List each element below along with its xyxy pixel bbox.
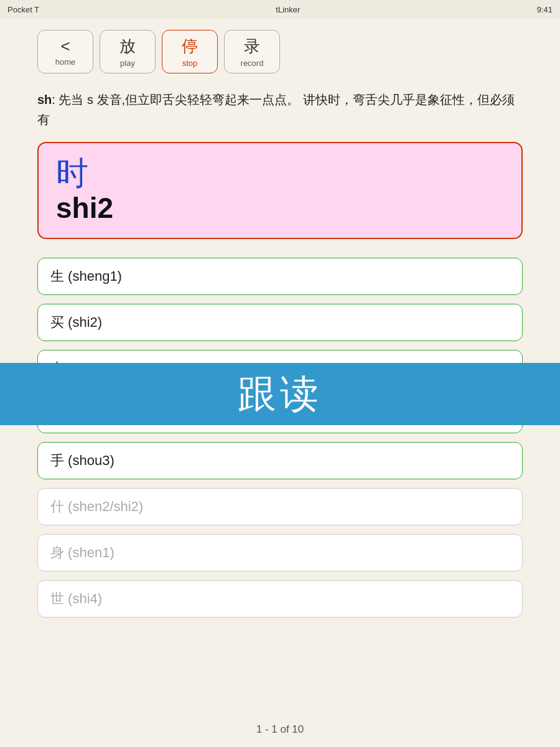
pagination: 1 - 1 of 10	[0, 723, 560, 736]
list-item[interactable]: 什 (shen2/shi2)	[37, 488, 523, 525]
main-character: 时	[56, 156, 504, 191]
main-card[interactable]: 时 shi2	[37, 142, 523, 239]
gen-du-banner[interactable]: 跟读	[0, 363, 560, 425]
list-item[interactable]: 手 (shou3)	[37, 442, 523, 479]
status-center: tLinker	[276, 5, 300, 14]
main-pinyin: shi2	[56, 191, 504, 225]
word-list: 生 (sheng1)买 (shi2)十 (shi2)使 (shi3)手 (sho…	[0, 258, 560, 618]
list-item[interactable]: 世 (shi4)	[37, 580, 523, 618]
play-icon: 放	[119, 35, 136, 57]
stop-button[interactable]: 停 stop	[162, 30, 218, 73]
pagination-text: 1 - 1 of 10	[256, 723, 304, 735]
status-bar: Pocket T tLinker 9:41	[0, 0, 560, 19]
list-item[interactable]: 生 (sheng1)	[37, 258, 523, 295]
stop-icon: 停	[182, 35, 198, 57]
description: sh: 先当 s 发音,但立即舌尖轻轻弯起来一点点。 讲快时，弯舌尖几乎是象征性…	[0, 85, 560, 142]
home-icon: <	[60, 37, 70, 56]
phoneme: sh	[37, 93, 52, 106]
home-button[interactable]: < home	[37, 30, 93, 73]
record-icon: 录	[244, 35, 260, 57]
play-label: play	[120, 59, 135, 68]
record-label: record	[241, 59, 264, 68]
toolbar: < home 放 play 停 stop 录 record	[0, 19, 560, 85]
description-text: : 先当 s 发音,但立即舌尖轻轻弯起来一点点。 讲快时，弯舌尖几乎是象征性，但…	[37, 93, 515, 126]
gen-du-text: 跟读	[238, 368, 322, 420]
play-button[interactable]: 放 play	[100, 30, 156, 73]
list-item[interactable]: 身 (shen1)	[37, 534, 523, 571]
status-right: 9:41	[537, 5, 553, 14]
status-left: Pocket T	[7, 5, 39, 14]
list-item[interactable]: 买 (shi2)	[37, 304, 523, 341]
stop-label: stop	[182, 59, 198, 68]
home-label: home	[55, 57, 76, 67]
record-button[interactable]: 录 record	[224, 30, 280, 73]
